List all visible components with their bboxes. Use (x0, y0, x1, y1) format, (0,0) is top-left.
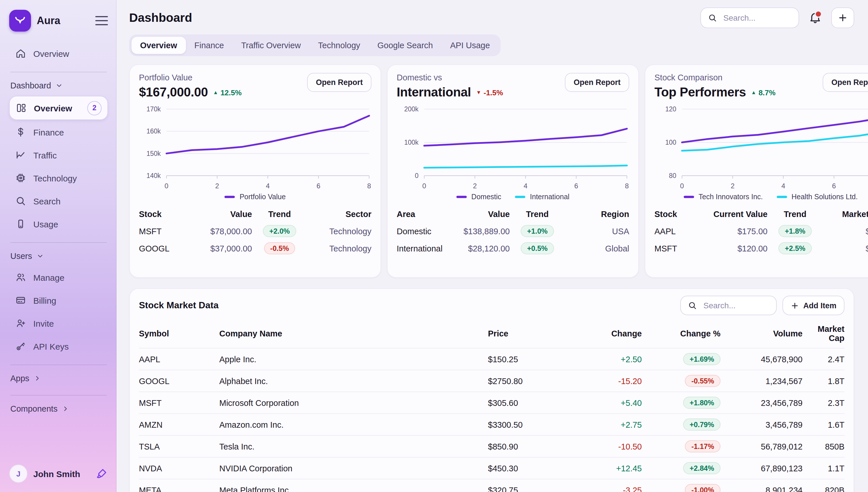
stat-cards-grid: Portfolio Value $167,000.00 ▲12.5% Open … (129, 64, 854, 278)
top-bar: Dashboard (117, 0, 868, 33)
open-report-button[interactable]: Open Report (823, 73, 868, 92)
table-search-input[interactable] (702, 300, 769, 311)
hamburger-menu-icon[interactable] (95, 15, 108, 26)
user-profile[interactable]: J John Smith (9, 464, 108, 483)
change-pct-badge: -1.00% (685, 484, 720, 492)
cell-volume: 8,901,234 (720, 485, 802, 492)
cell-change-pct: +1.69% (642, 353, 720, 365)
search-input[interactable] (722, 13, 792, 23)
svg-text:6: 6 (317, 182, 320, 190)
cell-volume: 1,234,567 (720, 376, 802, 386)
table-row: MSFT $120.00 +2.5% $2.5T (654, 240, 868, 257)
svg-text:2: 2 (215, 182, 219, 190)
stat-card-domestic-vs: Domestic vs International ▼-1.5% Open Re… (387, 64, 639, 278)
trend-badge: +1.0% (521, 225, 554, 237)
cell-change-pct: +1.80% (642, 397, 720, 409)
cell-change-pct: -1.17% (642, 440, 720, 452)
cell-company: Tesla Inc. (219, 442, 488, 451)
cell-volume: 45,678,900 (720, 354, 802, 364)
add-item-button[interactable]: Add Item (783, 296, 844, 315)
legend-item: Health Solutions Ltd. (777, 193, 858, 201)
cell-company: Amazon.com Inc. (219, 420, 488, 429)
legend-swatch (515, 196, 525, 198)
notifications-bell-icon[interactable] (808, 11, 822, 25)
add-button[interactable] (831, 7, 854, 28)
change-pct-badge: +2.84% (684, 462, 721, 474)
table-row: Domestic $138,889.00 +1.0% USA (397, 222, 629, 240)
cell-market-cap: 1.1T (802, 464, 844, 473)
cell-change: -3.25 (574, 485, 642, 492)
delta-up: ▲12.5% (213, 88, 242, 97)
table-row: GOOGL Alphabet Inc. $2750.80 -15.20 -0.5… (139, 370, 844, 392)
chart-area: 140k150k160k170k02468 (139, 104, 371, 193)
mini-table: StockValueTrendSector MSFT $78,000.00 +2… (139, 207, 371, 257)
search-icon (688, 301, 697, 310)
tab-technology[interactable]: Technology (309, 37, 369, 54)
sidebar-group-dashboard[interactable]: Dashboard (9, 80, 108, 95)
aura-logo-icon (9, 10, 31, 31)
cell-change-pct: +2.84% (642, 462, 720, 474)
sidebar-item-usage[interactable]: Usage (9, 213, 108, 235)
chevron-right-icon (33, 374, 41, 383)
open-report-button[interactable]: Open Report (307, 73, 371, 92)
count-badge: 2 (87, 101, 102, 115)
sidebar-group-components[interactable]: Components (9, 403, 108, 418)
sidebar-group-apps[interactable]: Apps (9, 373, 108, 388)
sidebar-item-technology[interactable]: Technology (9, 167, 108, 189)
table-row: MSFT $78,000.00 +2.0% Technology (139, 222, 371, 240)
tab-google-search[interactable]: Google Search (369, 37, 442, 54)
sidebar-item-search[interactable]: Search (9, 190, 108, 212)
user-name: John Smith (33, 469, 90, 478)
sidebar-group-users[interactable]: Users (9, 250, 108, 265)
mini-table-header: StockCurrent ValueTrendMarket Cap (654, 207, 868, 222)
mini-table-header: StockValueTrendSector (139, 207, 371, 222)
sidebar-header: Aura (9, 9, 108, 32)
table-search[interactable] (680, 296, 777, 315)
sidebar-item-invite[interactable]: Invite (9, 312, 108, 334)
cell-volume: 56,789,012 (720, 442, 802, 451)
table-row: META Meta Platforms Inc. $320.75 -3.25 -… (139, 479, 844, 492)
tab-traffic-overview[interactable]: Traffic Overview (232, 37, 309, 54)
notification-dot (815, 10, 822, 18)
legend-swatch (225, 196, 235, 198)
theme-brush-icon[interactable] (95, 467, 108, 480)
mini-table: StockCurrent ValueTrendMarket Cap AAPL $… (654, 207, 868, 257)
column-header: Market Cap (802, 324, 844, 343)
svg-text:0: 0 (422, 182, 426, 190)
line-chart: 8010012002468 (654, 104, 868, 191)
cell-market-cap: 850B (802, 442, 844, 451)
open-report-button[interactable]: Open Report (565, 73, 629, 92)
chip-icon (15, 172, 26, 184)
change-pct-badge: -1.17% (685, 440, 720, 452)
sidebar-item-overview[interactable]: Overview (9, 43, 108, 64)
svg-text:0: 0 (415, 172, 419, 179)
sidebar-item-manage[interactable]: Manage (9, 266, 108, 288)
cell-price: $450.30 (488, 464, 574, 473)
tab-finance[interactable]: Finance (186, 37, 232, 54)
tab-api-usage[interactable]: API Usage (442, 37, 499, 54)
cell-symbol: NVDA (139, 464, 219, 473)
sidebar-item-billing[interactable]: Billing (9, 289, 108, 311)
svg-text:4: 4 (266, 182, 270, 190)
sidebar-item-api-keys[interactable]: API Keys (9, 335, 108, 357)
chart-area: 0100k200k02468 (397, 104, 629, 193)
svg-text:8: 8 (625, 182, 628, 190)
mini-table-header: AreaValueTrendRegion (397, 207, 629, 222)
cell-price: $320.75 (488, 485, 574, 492)
card-title: Top Performers (654, 85, 746, 100)
sidebar-nav: Overview Dashboard Overview 2 Finance Tr… (9, 43, 108, 418)
cell-change: +2.50 (574, 354, 642, 364)
table-row: GOOGL $37,000.00 -0.5% Technology (139, 240, 371, 257)
tab-overview[interactable]: Overview (131, 37, 186, 54)
sidebar-item-traffic[interactable]: Traffic (9, 144, 108, 166)
sidebar-item-overview[interactable]: Overview 2 (9, 96, 108, 120)
table-row: MSFT Microsoft Corporation $305.60 +5.40… (139, 392, 844, 413)
column-header: Company Name (219, 329, 488, 338)
cell-change-pct: +0.79% (642, 419, 720, 430)
cell-market-cap: 2.4T (802, 354, 844, 364)
legend-item: Portfolio Value (225, 193, 286, 201)
column-header: Volume (720, 329, 802, 338)
svg-text:150k: 150k (146, 150, 161, 157)
sidebar-item-finance[interactable]: Finance (9, 121, 108, 143)
global-search[interactable] (700, 7, 799, 28)
